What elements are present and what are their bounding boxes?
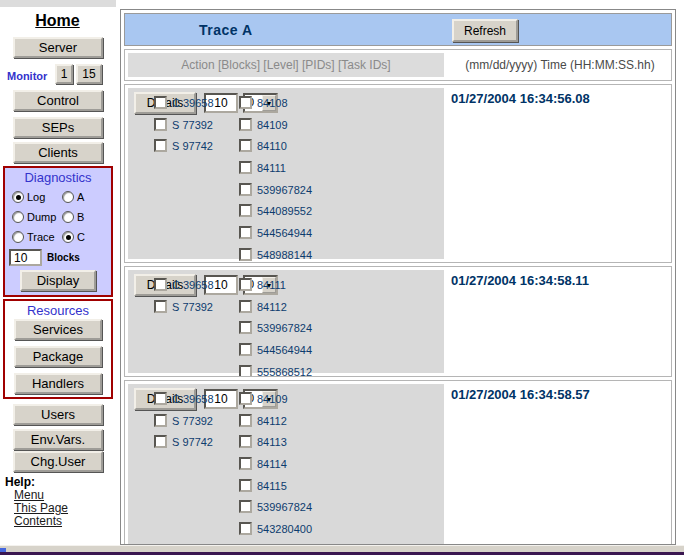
taskid-row[interactable]: 84110 — [239, 139, 312, 161]
taskid-label: 539967824 — [257, 500, 312, 514]
radio-log[interactable]: Log — [12, 191, 62, 203]
taskid-checkbox[interactable] — [239, 414, 252, 427]
taskid-label: 84114 — [257, 457, 287, 471]
taskid-checkbox[interactable] — [239, 321, 252, 334]
taskid-checkbox[interactable] — [239, 522, 252, 535]
taskid-row[interactable]: 84109 — [239, 118, 312, 140]
seps-button[interactable]: SEPs — [13, 117, 103, 138]
taskid-row[interactable]: 84111 — [239, 161, 312, 183]
diagnostics-blocks-input[interactable] — [9, 249, 42, 266]
taskid-row[interactable]: 544564944 — [239, 343, 312, 365]
taskid-row[interactable]: 84108 — [239, 96, 312, 118]
taskid-checkbox[interactable] — [239, 226, 252, 239]
pid-checkbox[interactable] — [154, 392, 167, 405]
server-button[interactable]: Server — [13, 37, 103, 58]
taskid-row[interactable]: 543280400 — [239, 522, 312, 544]
taskid-row[interactable]: 84112 — [239, 300, 312, 322]
trace-table: Trace A Refresh Action [Blocks] [Level] … — [120, 9, 676, 545]
chg-user-button[interactable]: Chg.User — [13, 451, 103, 472]
taskid-checkbox[interactable] — [239, 183, 252, 196]
pid-checkbox[interactable] — [154, 414, 167, 427]
radio-trace[interactable]: Trace — [12, 231, 62, 243]
refresh-button[interactable]: Refresh — [452, 19, 518, 42]
taskid-row[interactable]: 539967824 — [239, 183, 312, 205]
handlers-button[interactable]: Handlers — [14, 373, 102, 394]
pid-row[interactable]: C 39658 — [154, 96, 214, 118]
pid-row[interactable]: S 77392 — [154, 300, 214, 322]
taskid-row[interactable]: 84115 — [239, 479, 312, 501]
pid-checkbox[interactable] — [154, 96, 167, 109]
taskid-checkbox[interactable] — [239, 161, 252, 174]
taskid-row[interactable]: 84113 — [239, 435, 312, 457]
radio-b-icon[interactable] — [62, 211, 74, 223]
taskid-checkbox[interactable] — [239, 500, 252, 513]
taskid-row[interactable]: 84112 — [239, 414, 312, 436]
pid-row[interactable]: S 97742 — [154, 435, 214, 457]
radio-a[interactable]: A — [62, 191, 111, 203]
pid-checkbox[interactable] — [154, 139, 167, 152]
users-button[interactable]: Users — [13, 404, 103, 425]
radio-c-icon[interactable] — [62, 231, 74, 243]
taskid-row[interactable]: 84114 — [239, 457, 312, 479]
pid-list: C 39658S 77392 — [154, 278, 214, 321]
radio-dump-icon[interactable] — [12, 211, 24, 223]
pid-row[interactable]: S 97742 — [154, 139, 214, 161]
taskid-label: 84111 — [257, 278, 286, 292]
taskid-row[interactable]: 548988144 — [239, 248, 312, 263]
entry-controls: Details 0 ▼ C 39658S 77392S 97742 841098… — [128, 384, 444, 545]
pid-checkbox[interactable] — [154, 300, 167, 313]
radio-trace-icon[interactable] — [12, 231, 24, 243]
radio-a-label: A — [77, 191, 84, 203]
taskid-row[interactable]: 555868512 — [239, 365, 312, 377]
taskid-row[interactable]: 544089552 — [239, 204, 312, 226]
radio-log-icon[interactable] — [12, 191, 24, 203]
help-link-this-page[interactable]: This Page — [14, 501, 68, 515]
taskid-row[interactable]: 84109 — [239, 392, 312, 414]
taskid-row[interactable]: 539967824 — [239, 500, 312, 522]
taskid-checkbox[interactable] — [239, 343, 252, 356]
taskid-checkbox[interactable] — [239, 96, 252, 109]
taskid-row[interactable]: 544564944 — [239, 226, 312, 248]
taskid-checkbox[interactable] — [239, 300, 252, 313]
services-button[interactable]: Services — [14, 319, 102, 340]
radio-b[interactable]: B — [62, 211, 111, 223]
control-button[interactable]: Control — [13, 90, 103, 111]
horizontal-scrollbar[interactable] — [0, 545, 684, 552]
pid-row[interactable]: C 39658 — [154, 278, 214, 300]
package-button[interactable]: Package — [14, 346, 102, 367]
taskid-checkbox[interactable] — [239, 365, 252, 377]
pid-checkbox[interactable] — [154, 118, 167, 131]
help-link-contents[interactable]: Contents — [14, 514, 62, 528]
monitor-15-button[interactable]: 15 — [76, 64, 102, 84]
radio-a-icon[interactable] — [62, 191, 74, 203]
pid-checkbox[interactable] — [154, 278, 167, 291]
help-link-menu[interactable]: Menu — [14, 488, 44, 502]
pid-checkbox[interactable] — [154, 435, 167, 448]
taskid-checkbox[interactable] — [239, 435, 252, 448]
display-button[interactable]: Display — [20, 270, 96, 291]
monitor-1-button[interactable]: 1 — [55, 64, 73, 84]
taskid-checkbox[interactable] — [239, 457, 252, 470]
taskid-checkbox[interactable] — [239, 118, 252, 131]
clients-button[interactable]: Clients — [13, 142, 103, 163]
taskid-row[interactable]: 539967824 — [239, 321, 312, 343]
taskid-checkbox[interactable] — [239, 278, 252, 291]
env-vars-button[interactable]: Env.Vars. — [13, 429, 103, 450]
home-link[interactable]: Home — [0, 12, 115, 30]
radio-c[interactable]: C — [62, 231, 111, 243]
diagnostics-blocks-label: Blocks — [47, 252, 80, 263]
taskid-checkbox[interactable] — [239, 204, 252, 217]
pid-row[interactable]: S 77392 — [154, 118, 214, 140]
taskid-checkbox[interactable] — [239, 479, 252, 492]
diagnostics-title: Diagnostics — [5, 170, 111, 185]
pid-row[interactable]: C 39658 — [154, 392, 214, 414]
pid-row[interactable]: S 77392 — [154, 414, 214, 436]
taskid-row[interactable]: 84111 — [239, 278, 312, 300]
taskid-label: 84115 — [257, 479, 287, 493]
taskid-label: 84108 — [257, 96, 288, 110]
taskid-checkbox[interactable] — [239, 139, 252, 152]
radio-dump[interactable]: Dump — [12, 211, 62, 223]
taskid-label: 84112 — [257, 300, 287, 314]
taskid-checkbox[interactable] — [239, 248, 252, 261]
taskid-checkbox[interactable] — [239, 392, 252, 405]
